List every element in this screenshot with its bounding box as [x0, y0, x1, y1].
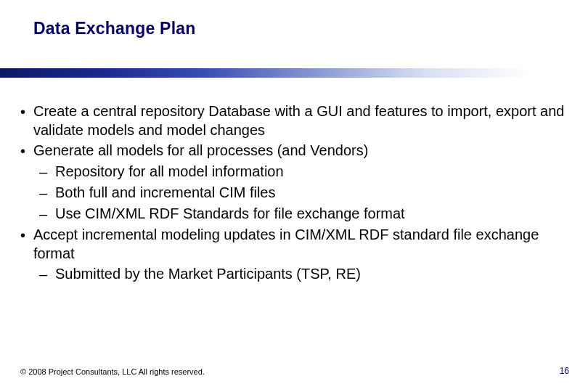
bullet-level2: – Both full and incremental CIM files	[20, 183, 572, 203]
bullet-level2: – Submitted by the Market Participants (…	[20, 264, 572, 284]
bullet-mark: –	[39, 264, 55, 284]
bullet-text: Repository for all model information	[55, 162, 572, 181]
copyright-text: © 2008 Project Consultants, LLC All righ…	[20, 367, 205, 376]
bullet-text: Accept incremental modeling updates in C…	[33, 225, 572, 263]
bullet-mark: –	[39, 162, 55, 181]
bullet-level1: • Create a central repository Database w…	[20, 102, 572, 139]
bullet-level2: – Repository for all model information	[20, 162, 572, 181]
bullet-level1: • Generate all models for all processes …	[20, 141, 572, 160]
header-gradient-bar	[0, 68, 588, 78]
bullet-mark: •	[20, 225, 33, 245]
bullet-mark: –	[39, 183, 55, 203]
bullet-level1: • Accept incremental modeling updates in…	[20, 225, 572, 263]
slide-footer: © 2008 Project Consultants, LLC All righ…	[20, 366, 572, 376]
slide-title: Data Exchange Plan	[33, 19, 195, 38]
bullet-text: Submitted by the Market Participants (TS…	[55, 264, 572, 283]
bullet-text: Create a central repository Database wit…	[33, 102, 572, 139]
bullet-mark: –	[39, 204, 55, 224]
slide: Data Exchange Plan • Create a central re…	[0, 0, 588, 392]
bullet-level2: – Use CIM/XML RDF Standards for file exc…	[20, 204, 572, 224]
bullet-text: Use CIM/XML RDF Standards for file excha…	[55, 204, 572, 223]
title-region: Data Exchange Plan	[33, 19, 195, 38]
bullet-text: Both full and incremental CIM files	[55, 183, 572, 202]
page-number: 16	[560, 366, 572, 376]
bullet-mark: •	[20, 141, 33, 160]
bullet-text: Generate all models for all processes (a…	[33, 141, 572, 160]
bullet-mark: •	[20, 102, 33, 121]
slide-content: • Create a central repository Database w…	[20, 102, 572, 285]
